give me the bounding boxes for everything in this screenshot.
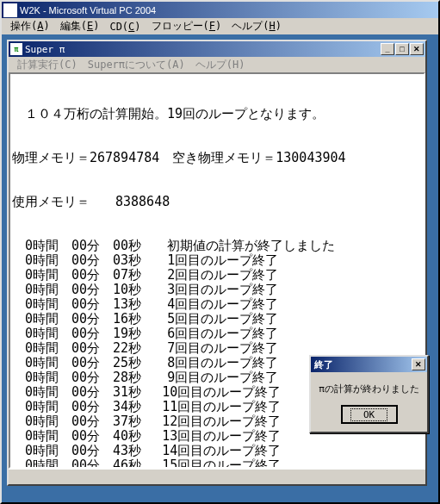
output-line: 0時間 00分 22秒 7回目のループ終了 bbox=[12, 341, 422, 356]
ok-button[interactable]: OK bbox=[342, 406, 397, 423]
inner-menubar: 計算実行(C)Superπについて(A)ヘルプ(H) bbox=[9, 57, 425, 72]
outer-menu-item[interactable]: ヘルプ(H) bbox=[226, 17, 287, 35]
inner-menu-item[interactable]: ヘルプ(H) bbox=[190, 57, 251, 73]
output-line: 0時間 00分 00秒 初期値の計算が終了しました bbox=[12, 239, 422, 253]
outer-menu-item[interactable]: CD(C) bbox=[104, 19, 146, 34]
output-line: 0時間 00分 13秒 4回目のループ終了 bbox=[12, 297, 422, 312]
inner-menu-item[interactable]: Superπについて(A) bbox=[83, 57, 190, 73]
output-line: 0時間 00分 03秒 1回目のループ終了 bbox=[12, 253, 422, 268]
output-header: 物理メモリ＝267894784 空き物理メモリ＝130043904 bbox=[12, 151, 422, 165]
dialog-title: 終了 bbox=[313, 358, 412, 371]
statusbar bbox=[9, 469, 425, 484]
outer-titlebar[interactable]: W2K - Microsoft Virtual PC 2004 bbox=[2, 2, 438, 18]
outer-menubar: 操作(A)編集(E)CD(C)フロッピー(F)ヘルプ(H) bbox=[2, 18, 438, 34]
superpi-icon: π bbox=[10, 43, 22, 55]
output-line: 0時間 00分 10秒 3回目のループ終了 bbox=[12, 283, 422, 297]
dialog-close-button[interactable]: ✕ bbox=[412, 358, 425, 370]
output-line: 0時間 00分 43秒 14回目のループ終了 bbox=[12, 444, 422, 458]
outer-menu-item[interactable]: 編集(E) bbox=[55, 17, 105, 35]
inner-menu-item[interactable]: 計算実行(C) bbox=[12, 57, 83, 73]
inner-titlebar[interactable]: π Super π _ □ ✕ bbox=[9, 41, 425, 57]
dialog-message: πの計算が終わりました bbox=[311, 372, 427, 406]
output-header: 使用メモリ＝ 8388648 bbox=[12, 195, 422, 209]
output-line: 0時間 00分 46秒 15回目のループ終了 bbox=[12, 458, 422, 469]
output-line: 0時間 00分 16秒 5回目のループ終了 bbox=[12, 312, 422, 327]
inner-title: Super π bbox=[25, 44, 381, 55]
completion-dialog: 終了 ✕ πの計算が終わりました OK bbox=[309, 355, 429, 433]
outer-menu-item[interactable]: フロッピー(F) bbox=[146, 17, 227, 35]
output-header: １０４万桁の計算開始。19回のループとなります。 bbox=[12, 107, 422, 121]
window-buttons: _ □ ✕ bbox=[381, 43, 424, 55]
app-icon bbox=[3, 3, 17, 17]
dialog-titlebar[interactable]: 終了 ✕ bbox=[311, 357, 427, 372]
output-line: 0時間 00分 07秒 2回目のループ終了 bbox=[12, 268, 422, 283]
outer-title: W2K - Microsoft Virtual PC 2004 bbox=[20, 5, 156, 16]
maximize-button[interactable]: □ bbox=[395, 43, 409, 55]
close-button[interactable]: ✕ bbox=[410, 43, 424, 55]
virtual-pc-window: W2K - Microsoft Virtual PC 2004 操作(A)編集(… bbox=[0, 0, 440, 504]
output-line: 0時間 00分 19秒 6回目のループ終了 bbox=[12, 327, 422, 341]
outer-menu-item[interactable]: 操作(A) bbox=[5, 17, 55, 35]
minimize-button[interactable]: _ bbox=[381, 43, 394, 55]
